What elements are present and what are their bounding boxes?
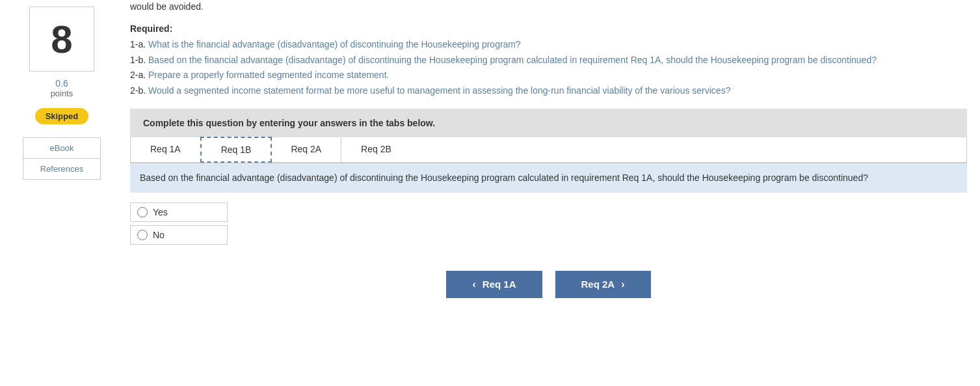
complete-instruction-box: Complete this question by entering your … [130, 109, 967, 137]
tab-req2b[interactable]: Req 2B [341, 137, 411, 162]
prev-chevron-icon: ‹ [472, 279, 475, 290]
next-chevron-icon: › [621, 279, 624, 290]
req-line-1b: 1-b. Based on the financial advantage (d… [130, 53, 967, 68]
points-section: 0.6 points [51, 78, 73, 98]
answer-area: Yes No [130, 193, 967, 258]
question-content-area: Based on the financial advantage (disadv… [130, 163, 967, 193]
nav-buttons: ‹ Req 1A Req 2A › [130, 271, 967, 298]
req-line-2a: 2-a. Prepare a properly formatted segmen… [130, 68, 967, 83]
intro-text-content: would be avoided. [130, 1, 204, 12]
question-number: 8 [51, 17, 72, 62]
radio-box-no[interactable]: No [130, 225, 228, 245]
sidebar-links: eBook References [23, 137, 101, 180]
main-content: would be avoided. Required: 1-a. What is… [124, 0, 980, 386]
next-button[interactable]: Req 2A › [555, 271, 651, 298]
tabs-row: Req 1A Req 1B Req 2A Req 2B [131, 137, 966, 163]
required-section: Required: 1-a. What is the financial adv… [130, 21, 967, 99]
points-label: points [51, 89, 73, 98]
tab-req2a[interactable]: Req 2A [271, 137, 341, 162]
radio-yes[interactable] [137, 207, 148, 217]
tabs-container: Req 1A Req 1B Req 2A Req 2B [130, 137, 967, 163]
radio-yes-label: Yes [153, 207, 168, 217]
complete-instruction-text: Complete this question by entering your … [143, 118, 435, 128]
points-value: 0.6 [51, 78, 73, 89]
next-button-label: Req 2A [581, 279, 615, 290]
question-prompt-text: Based on the financial advantage (disadv… [140, 172, 868, 183]
tab-req1a[interactable]: Req 1A [131, 137, 201, 162]
tab-req1b[interactable]: Req 1B [200, 137, 272, 163]
sidebar-link-references[interactable]: References [23, 159, 100, 179]
radio-box-yes[interactable]: Yes [130, 202, 228, 222]
required-label: Required: [130, 23, 172, 34]
prev-button-label: Req 1A [483, 279, 516, 290]
radio-option-no: No [130, 225, 967, 245]
sidebar: 8 0.6 points Skipped eBook References [0, 0, 124, 386]
prev-button[interactable]: ‹ Req 1A [446, 271, 542, 298]
radio-option-yes: Yes [130, 202, 967, 222]
req-line-2b: 2-b. Would a segmented income statement … [130, 83, 967, 99]
sidebar-link-ebook[interactable]: eBook [23, 138, 100, 159]
question-number-box: 8 [29, 7, 94, 72]
intro-text: would be avoided. [130, 0, 967, 14]
radio-no[interactable] [137, 230, 148, 240]
req-line-1a: 1-a. What is the financial advantage (di… [130, 37, 967, 53]
skipped-badge: Skipped [35, 108, 89, 124]
radio-no-label: No [153, 230, 165, 240]
